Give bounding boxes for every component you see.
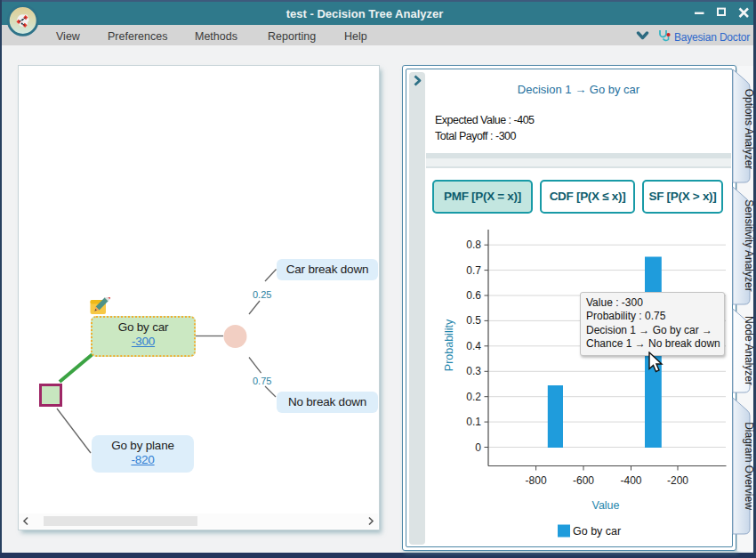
svg-text:Probability: Probability	[443, 319, 455, 371]
svg-text:-600: -600	[573, 474, 594, 487]
svg-text:Value: Value	[591, 499, 619, 512]
svg-text:0.6: 0.6	[466, 289, 481, 302]
svg-text:0.1: 0.1	[466, 416, 481, 428]
svg-text:Go by car: Go by car	[573, 525, 621, 538]
svg-text:0.4: 0.4	[466, 340, 481, 352]
svg-text:0.3: 0.3	[466, 365, 481, 377]
svg-text:Options Analyzer: Options Analyzer	[743, 89, 755, 170]
svg-text:Sensitivity Analyzer: Sensitivity Analyzer	[743, 199, 755, 291]
svg-text:Diagram Overview: Diagram Overview	[743, 422, 755, 510]
svg-text:-400: -400	[620, 474, 641, 487]
svg-text:0.5: 0.5	[466, 314, 481, 327]
svg-text:Node Analyzer: Node Analyzer	[743, 316, 755, 385]
svg-text:0.8: 0.8	[466, 239, 481, 251]
svg-text:0: 0	[475, 441, 481, 454]
svg-text:0.2: 0.2	[466, 391, 481, 403]
svg-text:-800: -800	[526, 474, 547, 487]
svg-text:0.7: 0.7	[466, 264, 481, 277]
svg-text:-200: -200	[667, 474, 688, 487]
